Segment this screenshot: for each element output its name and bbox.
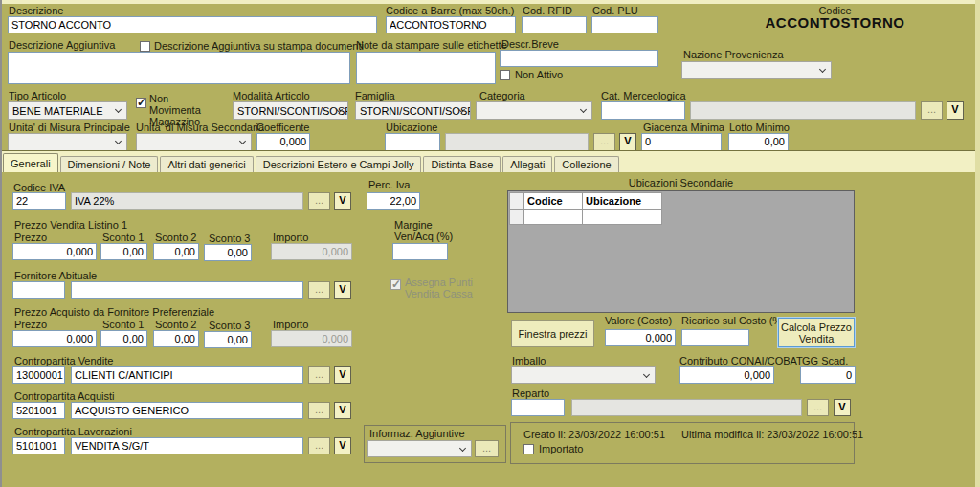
descr-agg-stampa-checkbox[interactable] [140,41,150,52]
table-header-codice[interactable]: Codice [523,192,583,210]
tab-dimensioni-note[interactable]: Dimensioni / Note [60,156,159,172]
descrizione-aggiuntiva-textarea[interactable] [8,52,350,84]
pa-sconto2-input[interactable]: 0,00 [153,330,199,347]
descr-breve-input[interactable] [500,50,658,67]
contributo-conai-input[interactable]: 0,000 [679,366,774,384]
gg-scad-input[interactable]: 0 [800,366,856,384]
table-cell-ubicazione[interactable] [582,209,662,225]
perc-iva-input[interactable]: 22,00 [367,192,420,210]
ca-desc-input[interactable]: ACQUISTO GENERICO [71,402,303,419]
cat-merceologica-browse-button[interactable]: ... [921,101,943,120]
pv-prezzo-input[interactable]: 0,000 [12,243,97,260]
modalita-articolo-select[interactable]: STORNI/SCONTI/SOSP [233,101,348,120]
gg-scad-label: GG Scad. [802,355,848,366]
codice-barre-input[interactable]: ACCONTOSTORNO [386,16,516,33]
ca-v-button[interactable]: V [334,402,351,419]
lotto-minimo-input[interactable]: 0,00 [728,133,789,151]
pa-importo-field: 0,000 [271,330,352,347]
prezzo-acquisto-title: Prezzo Acquisto da Fornitore Preferenzia… [14,306,214,318]
codice-iva-input[interactable]: 22 [12,192,66,210]
cod-plu-input[interactable] [591,16,658,33]
pv-sconto1-input[interactable]: 0,00 [100,243,147,260]
contropartita-acquisti-label: Contropartita Acquisti [14,390,115,402]
tab-collezione[interactable]: Collezione [554,156,618,172]
table-header-ubicazione[interactable]: Ubicazione [582,192,662,210]
giacenza-minima-label: Giacenza Minima [643,122,724,133]
codice-iva-v-button[interactable]: V [334,192,351,210]
importato-label: Importato [539,443,583,454]
pa-sconto2-label: Sconto 2 [155,319,196,330]
tab-strip: Generali Dimensioni / Note Altri dati ge… [0,151,980,172]
finestra-prezzi-button[interactable]: Finestra prezzi [511,320,594,347]
importato-checkbox[interactable] [523,444,534,454]
pv-importo-field: 0,000 [271,243,352,260]
ubicazioni-secondarie-table[interactable]: Codice Ubicazione [507,190,855,313]
tipo-articolo-select[interactable]: BENE MATERIALE [8,101,127,120]
ricarico-input[interactable] [681,329,749,346]
assegna-punti-label: Assegna Punti Vendita Cassa [405,277,486,299]
ubicazione-browse-button[interactable]: ... [593,133,615,151]
non-movimenta-checkbox[interactable] [136,98,146,108]
fornitore-code-input[interactable] [12,281,65,299]
coefficente-input[interactable]: 0,000 [256,133,310,151]
table-row-selector[interactable] [509,209,524,225]
cl-code-input[interactable]: 5101001 [12,437,65,454]
um-secondaria-select[interactable] [136,133,252,151]
reparto-v-button[interactable]: V [834,399,851,416]
um-principale-select[interactable] [8,133,127,151]
descrizione-input[interactable]: STORNO ACCONTO [8,16,377,33]
fornitore-browse-button[interactable]: ... [308,281,330,299]
chevron-down-icon [239,138,246,144]
categoria-select[interactable] [476,101,592,120]
cl-browse-button[interactable]: ... [308,437,330,454]
assegna-punti-checkbox[interactable] [390,279,401,290]
cv-desc-input[interactable]: CLIENTI C/ANTICIPI [71,366,303,384]
informaz-aggiuntive-browse-button[interactable]: ... [475,440,499,457]
ca-browse-button[interactable]: ... [308,402,330,419]
tab-altri-dati-generici[interactable]: Altri dati generici [160,156,253,172]
valore-costo-input[interactable]: 0,000 [605,329,676,346]
fornitore-desc-input[interactable] [71,281,303,299]
imballo-select[interactable] [511,366,656,384]
pa-sconto3-label: Sconto 3 [209,320,250,331]
cv-v-button[interactable]: V [334,366,351,384]
cod-rfid-input[interactable] [522,16,587,33]
tab-distinta-base[interactable]: Distinta Base [423,156,501,172]
margine-input[interactable] [392,243,448,260]
pa-importo-label: Importo [273,319,308,330]
cv-code-input[interactable]: 13000001 [12,366,65,384]
ca-code-input[interactable]: 5201001 [12,402,65,419]
table-cell-codice[interactable] [523,209,583,225]
cl-v-button[interactable]: V [334,437,351,454]
article-form-window: Descrizione STORNO ACCONTO Codice a Barr… [0,0,980,487]
pa-sconto1-input[interactable]: 0,00 [100,330,147,347]
cl-desc-input[interactable]: VENDITA S/G/T [71,437,303,454]
modalita-articolo-value: STORNI/SCONTI/SOSP [237,105,348,117]
reparto-code-input[interactable] [511,399,565,416]
informaz-aggiuntive-select[interactable] [368,440,472,457]
cat-merceologica-input[interactable] [601,101,685,120]
ubicazione-v-button[interactable]: V [619,133,636,151]
ubicazione-input[interactable] [385,133,440,151]
reparto-desc [571,399,802,416]
non-attivo-checkbox[interactable] [500,70,510,80]
giacenza-minima-input[interactable]: 0 [641,133,722,151]
pv-sconto3-input[interactable]: 0,00 [204,244,252,261]
tab-descrizioni-estero[interactable]: Descrizioni Estero e Campi Jolly [256,156,422,172]
descrizione-label: Descrizione [9,5,63,16]
famiglia-select[interactable]: STORNI/SCONTI/SOSP [355,101,471,120]
pv-sconto2-input[interactable]: 0,00 [153,243,199,260]
pa-sconto3-input[interactable]: 0,00 [204,331,252,348]
cat-merceologica-v-button[interactable]: V [947,101,964,120]
tab-allegati[interactable]: Allegati [502,156,552,172]
codice-iva-browse-button[interactable]: ... [308,192,330,210]
contributo-conai-label: Contributo CONAI/COBAT [679,355,803,366]
cv-browse-button[interactable]: ... [308,366,330,384]
fornitore-v-button[interactable]: V [334,281,351,299]
pa-prezzo-input[interactable]: 0,000 [12,330,97,347]
reparto-browse-button[interactable]: ... [807,399,829,416]
nazione-provenienza-select[interactable] [681,61,832,79]
note-etichette-textarea[interactable] [356,52,496,84]
calcola-prezzo-vendita-button[interactable]: Calcola Prezzo Vendita [778,318,855,347]
tab-generali[interactable]: Generali [3,153,58,172]
